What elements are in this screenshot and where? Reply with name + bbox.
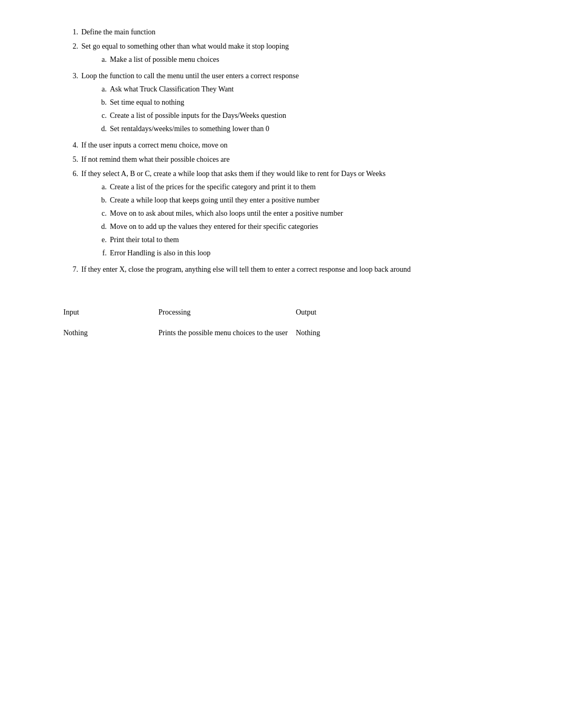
sub-list-item-3-4: Set rentaldays/weeks/miles to something … — [92, 123, 518, 134]
numbered-list: Define the main functionSet go equal to … — [63, 26, 518, 275]
table-header-output: Output — [296, 307, 380, 318]
ipo-table-section: Input Processing Output Nothing Prints t… — [63, 307, 518, 338]
sub-list-item-6-3: Move on to ask about miles, which also l… — [92, 208, 518, 219]
list-item-6: If they select A, B or C, create a while… — [63, 168, 518, 261]
sub-list-item-3-2: Set time equal to nothing — [92, 97, 518, 108]
main-content: Define the main functionSet go equal to … — [63, 26, 518, 338]
sub-list-item-3-3: Create a list of possible inputs for the… — [92, 110, 518, 121]
table-row-input: Nothing — [63, 327, 158, 338]
sub-list-item-6-6: Error Handling is also in this loop — [92, 247, 518, 259]
sub-list-item-3-1: Ask what Truck Classification They Want — [92, 84, 518, 95]
table-header-input: Input — [63, 307, 158, 318]
sub-list-item-6-5: Print their total to them — [92, 234, 518, 245]
list-item-7: If they enter X, close the program, anyt… — [63, 264, 518, 275]
sub-list-item-6-4: Move on to add up the values they entere… — [92, 221, 518, 232]
list-item-3: Loop the function to call the menu until… — [63, 70, 518, 136]
ipo-table: Input Processing Output Nothing Prints t… — [63, 307, 518, 338]
sub-list-item-2-1: Make a list of possible menu choices — [92, 54, 518, 65]
sub-list-item-6-1: Create a list of the prices for the spec… — [92, 181, 518, 192]
list-item-2: Set go equal to something other than wha… — [63, 41, 518, 67]
list-item-5: If not remind them what their possible c… — [63, 154, 518, 165]
table-row-processing: Prints the possible menu choices to the … — [158, 327, 296, 338]
table-row-output: Nothing — [296, 327, 380, 338]
table-header-processing: Processing — [158, 307, 296, 318]
sub-list-item-6-2: Create a while loop that keeps going unt… — [92, 195, 518, 206]
list-item-1: Define the main function — [63, 26, 518, 38]
list-item-4: If the user inputs a correct menu choice… — [63, 140, 518, 151]
